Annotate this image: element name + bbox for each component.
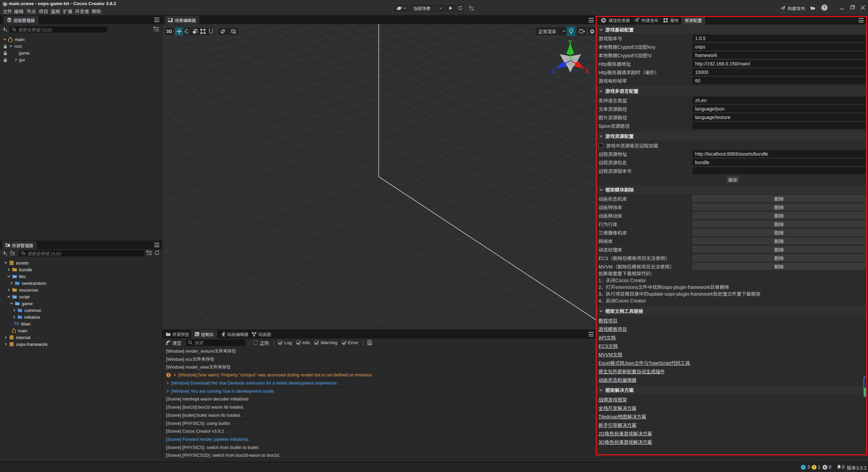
svg-text:X: X [585, 68, 589, 74]
svg-text:Z: Z [552, 68, 555, 74]
svg-text:Y: Y [568, 39, 572, 45]
